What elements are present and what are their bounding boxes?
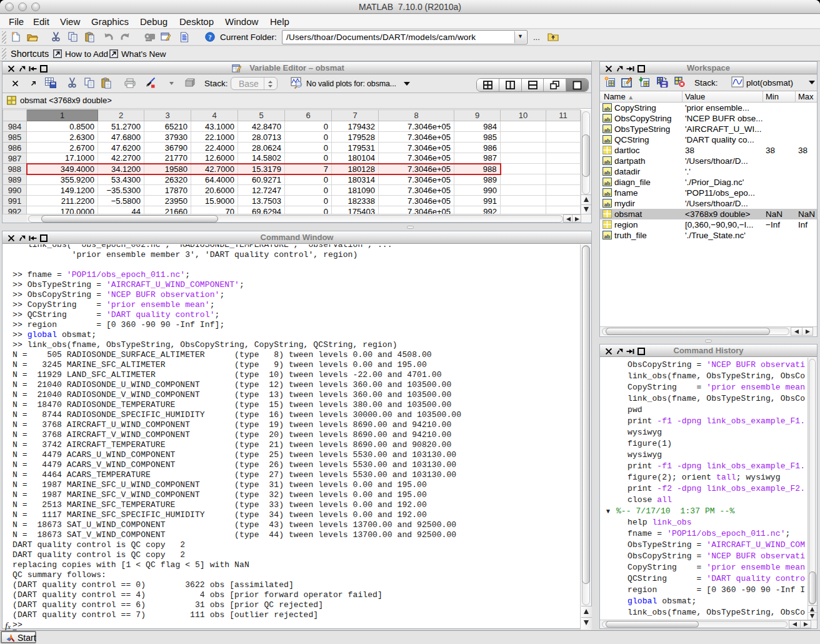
svg-text:ab: ab [604,201,611,208]
svg-text:?: ? [208,33,212,41]
svg-text:ab: ab [604,180,611,186]
svg-text:ab: ab [604,116,611,123]
svg-text:ab: ab [604,159,611,165]
svg-text:ab: ab [604,138,611,144]
svg-text:ab: ab [604,169,611,176]
svg-text:ab: ab [604,233,611,239]
svg-text:ab: ab [604,191,611,197]
svg-text:ab: ab [604,127,611,133]
svg-text:ab: ab [604,106,611,112]
